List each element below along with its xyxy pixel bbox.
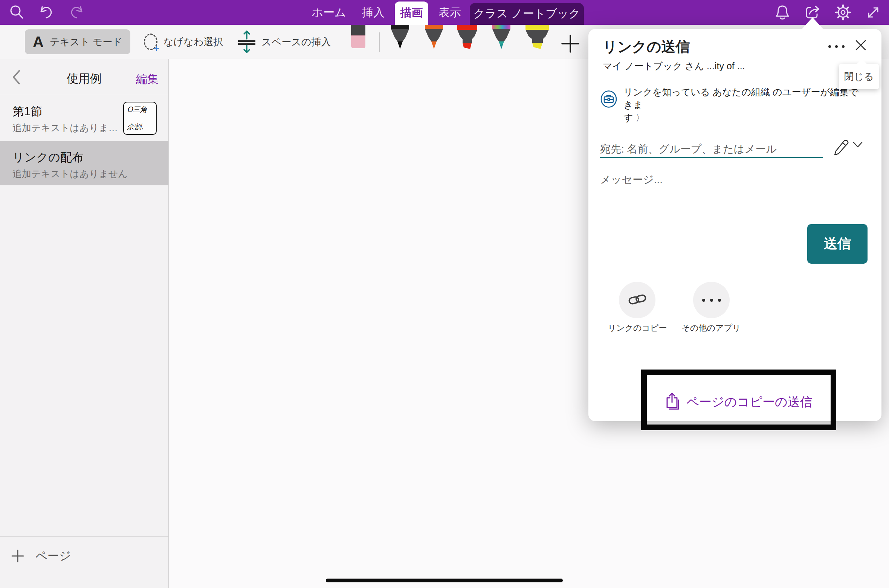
page-title: リンクの配布 [12, 150, 84, 165]
page-list-sidebar: 使用例 編集 第1節 追加テキストはありま… O三角 佘割. リンクの配布 追加… [0, 59, 169, 588]
chevron-right-icon: 〉 [636, 113, 645, 123]
close-tooltip: 閉じる [839, 64, 879, 89]
more-options-icon[interactable] [826, 37, 847, 55]
orange-pen-tool[interactable] [424, 25, 444, 51]
dialog-anchor-caret [802, 17, 823, 29]
send-page-copy-button[interactable]: ページのコピーの送信 [641, 388, 836, 416]
page-title: 第1節 [12, 104, 42, 119]
rainbow-pen-tool[interactable] [492, 25, 511, 51]
bell-icon[interactable] [773, 3, 792, 22]
eraser-tool[interactable] [351, 25, 365, 48]
tab-insert[interactable]: 挿入 [352, 0, 395, 25]
black-pen-tool[interactable] [390, 25, 410, 51]
red-marker-tool[interactable] [457, 25, 478, 51]
link-permission-row[interactable]: リンクを知っている あなたの組織 のユーザーが編集できま す 〉 [600, 86, 864, 124]
sidebar-header: 使用例 編集 [0, 59, 168, 95]
page-subtitle: 追加テキストはありま… [12, 122, 118, 134]
edit-button[interactable]: 編集 [136, 72, 159, 87]
tab-class-notebook[interactable]: クラス ノートブック [470, 3, 584, 25]
send-button[interactable]: 送信 [807, 224, 868, 264]
add-page-button[interactable]: ページ [11, 548, 71, 564]
lasso-select-button[interactable]: + なげなわ選択 [144, 29, 223, 54]
yellow-highlighter-tool[interactable] [525, 25, 549, 51]
text-mode-button[interactable]: A テキスト モード [25, 29, 130, 54]
home-indicator[interactable] [326, 579, 563, 582]
edit-pencil-icon[interactable] [833, 139, 849, 157]
more-apps-button[interactable] [693, 282, 730, 318]
text-mode-letter: A [33, 34, 44, 50]
text-mode-label: テキスト モード [50, 35, 122, 49]
chevron-down-icon[interactable] [852, 141, 865, 153]
page-list-item[interactable]: 第1節 追加テキストはありま… O三角 佘割. [0, 95, 168, 141]
insert-space-button[interactable]: スペースの挿入 [238, 29, 331, 54]
insert-space-icon [238, 30, 255, 54]
undo-icon[interactable] [36, 3, 55, 22]
send-link-dialog: リンクの送信 マイ ノートブック さん ...ity of ... リンクを知っ… [588, 29, 881, 421]
page-list-item-selected[interactable]: リンクの配布 追加テキストはありません [0, 141, 168, 185]
ellipsis-icon [702, 299, 721, 302]
briefcase-icon [600, 90, 617, 108]
sidebar-footer: ページ [0, 536, 168, 588]
top-app-bar: ホーム 挿入 描画 表示 クラス ノートブック [0, 0, 889, 25]
expand-icon[interactable] [864, 3, 883, 22]
redo-icon[interactable] [68, 3, 87, 22]
tab-draw[interactable]: 描画 [395, 2, 428, 25]
share-page-icon [665, 392, 681, 412]
recipient-input[interactable] [600, 141, 823, 158]
message-input[interactable] [600, 171, 823, 188]
copy-link-button[interactable] [619, 282, 655, 318]
tab-view[interactable]: 表示 [432, 0, 467, 25]
notebook-info: マイ ノートブック さん ...ity of ... [603, 60, 745, 72]
add-pen-button[interactable] [561, 35, 579, 53]
page-subtitle: 追加テキストはありません [12, 168, 128, 180]
search-icon[interactable] [8, 3, 26, 22]
close-icon[interactable] [854, 39, 871, 55]
toolbar-divider [379, 32, 380, 52]
link-icon [628, 292, 647, 309]
lasso-icon: + [144, 34, 157, 50]
page-thumbnail: O三角 佘割. [123, 102, 157, 135]
tab-home[interactable]: ホーム [305, 0, 352, 25]
permission-text: リンクを知っている あなたの組織 のユーザーが編集できま す 〉 [623, 86, 864, 124]
dialog-title: リンクの送信 [603, 37, 690, 57]
onenote-app: ホーム 挿入 描画 表示 クラス ノートブック [0, 0, 889, 588]
gear-icon[interactable] [834, 3, 852, 22]
more-apps-label: その他のアプリ [677, 322, 745, 334]
copy-link-label: リンクのコピー [603, 322, 671, 334]
